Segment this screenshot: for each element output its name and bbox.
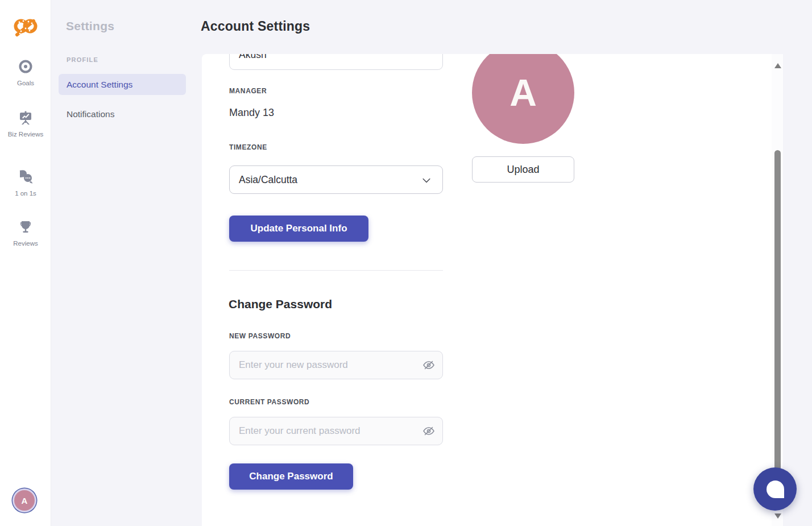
new-password-input[interactable] (229, 351, 443, 379)
timezone-select[interactable]: Asia/Calcutta (229, 165, 443, 194)
chevron-down-icon (421, 175, 432, 189)
sidebar-item-label: Account Settings (67, 80, 132, 90)
eye-off-icon[interactable] (422, 359, 435, 371)
user-avatar[interactable]: A (14, 490, 35, 511)
rail-item-label: Biz Reviews (0, 130, 51, 139)
rail-item-1-on-1s[interactable]: 1 on 1s (0, 169, 51, 198)
new-password-field-wrap (229, 351, 443, 379)
presentation-icon (18, 110, 33, 125)
pretzel-logo-icon[interactable] (13, 15, 39, 41)
change-password-button[interactable]: Change Password (229, 463, 353, 490)
rail-item-label: Goals (0, 79, 51, 88)
chat-launcher-button[interactable] (753, 467, 797, 511)
timezone-label: TIMEZONE (229, 143, 267, 151)
current-password-input[interactable] (229, 417, 443, 445)
section-divider (229, 270, 443, 271)
current-password-field-wrap (229, 417, 443, 445)
name-input[interactable] (229, 54, 443, 70)
left-rail: Goals Biz Reviews (0, 0, 51, 526)
current-password-label: CURRENT PASSWORD (229, 398, 309, 406)
sidebar-item-label: Notifications (67, 109, 114, 119)
scrollbar-thumb[interactable] (774, 150, 781, 508)
trophy-icon (18, 219, 33, 234)
rail-item-label: 1 on 1s (0, 189, 51, 198)
target-icon (18, 59, 33, 74)
sidebar-item-notifications[interactable]: Notifications (59, 103, 186, 125)
rail-item-reviews[interactable]: Reviews (0, 219, 51, 248)
upload-avatar-button[interactable]: Upload (472, 156, 574, 183)
account-settings-panel: MANAGER Mandy 13 TIMEZONE Asia/Calcutta … (202, 54, 783, 526)
sidebar-title: Settings (66, 19, 114, 33)
rail-item-goals[interactable]: Goals (0, 59, 51, 88)
sidebar-section-profile: PROFILE (67, 56, 98, 63)
scrollbar-up-arrow-icon[interactable] (774, 63, 781, 68)
chat-bubble-icon (767, 481, 784, 498)
rail-item-biz-reviews[interactable]: Biz Reviews (0, 110, 51, 139)
update-personal-info-button[interactable]: Update Personal Info (229, 216, 368, 242)
timezone-selected-value: Asia/Calcutta (239, 174, 297, 186)
profile-avatar-initial: A (509, 71, 537, 114)
change-password-heading: Change Password (229, 297, 332, 311)
scrollbar-down-arrow-icon[interactable] (774, 513, 781, 519)
settings-sidebar: Settings PROFILE Account Settings Notifi… (52, 0, 202, 526)
new-password-label: NEW PASSWORD (229, 332, 291, 340)
profile-avatar: A (472, 54, 574, 144)
avatar-initial: A (22, 496, 28, 506)
rail-item-label: Reviews (0, 239, 51, 248)
manager-value: Mandy 13 (229, 107, 274, 119)
manager-label: MANAGER (229, 87, 267, 95)
sidebar-item-account-settings[interactable]: Account Settings (59, 74, 186, 95)
eye-off-icon[interactable] (422, 425, 435, 437)
chat-bubbles-icon (18, 169, 33, 184)
app-window: Goals Biz Reviews (0, 0, 812, 526)
page-title: Account Settings (201, 19, 310, 34)
